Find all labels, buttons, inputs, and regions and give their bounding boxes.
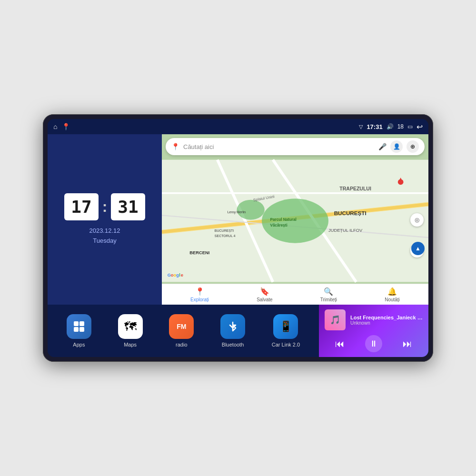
map-nav-explore[interactable]: 📍 Explorați	[190, 287, 209, 302]
map-search-icons: 🎤 👤 ⊕	[378, 140, 419, 153]
radio-icon-img: FM	[169, 314, 194, 339]
app-icon-bluetooth[interactable]: Bluetooth	[220, 314, 245, 347]
map-search-bar[interactable]: 📍 Căutați aici 🎤 👤 ⊕	[166, 138, 425, 155]
news-icon: 🔔	[387, 287, 397, 296]
maps-icon-img: 🗺	[118, 314, 143, 339]
device-screen: ⌂ 📍 ▽ 17:31 🔊 18 ▭ ↩ 17 :	[48, 119, 428, 357]
svg-rect-28	[79, 321, 84, 326]
map-bottom-bar: 📍 Explorați 🔖 Salvate 🔍 Trimiteți �	[162, 284, 428, 305]
clock-date: 2023.12.12 Tuesday	[89, 226, 120, 246]
music-artist: Unknown	[350, 320, 423, 326]
prev-button[interactable]: ⏮	[335, 338, 345, 349]
bluetooth-label: Bluetooth	[222, 342, 244, 347]
svg-rect-27	[74, 321, 79, 326]
music-controls: ⏮ ⏸ ⏭	[325, 335, 423, 352]
svg-rect-29	[74, 327, 79, 332]
main-content: 17 : 31 2023.12.12 Tuesday 📍 Căutați aic…	[48, 134, 428, 357]
saved-icon: 🔖	[260, 287, 269, 296]
fm-text-icon: FM	[177, 323, 186, 330]
apps-icon-img	[67, 314, 91, 339]
map-nav-news[interactable]: 🔔 Noutăți	[385, 287, 400, 302]
location-icon: ◎	[415, 217, 419, 223]
maps-label: Maps	[124, 342, 137, 347]
carlink-label: Car Link 2.0	[272, 342, 300, 347]
apps-grid-icon	[72, 320, 86, 333]
clock-minutes: 31	[111, 193, 145, 220]
music-top: 🎵 Lost Frequencies_Janieck Devy-... Unkn…	[325, 309, 423, 330]
svg-text:Văcărești: Văcărești	[270, 223, 288, 228]
maps-pin-icon[interactable]: 📍	[62, 123, 70, 130]
battery-icon: ▭	[407, 123, 413, 130]
svg-text:Leroy Merlin: Leroy Merlin	[228, 210, 246, 214]
bluetooth-icon-img	[220, 314, 245, 339]
microphone-icon[interactable]: 🎤	[378, 143, 387, 150]
clock-widget: 17 : 31 2023.12.12 Tuesday	[48, 134, 162, 305]
svg-text:TRAPEZULUI: TRAPEZULUI	[339, 186, 371, 191]
carlink-icon-img: 📱	[273, 314, 298, 339]
navigation-button[interactable]: ▲	[411, 242, 425, 255]
map-nav-send[interactable]: 🔍 Trimiteți	[320, 287, 337, 302]
status-right: ▽ 17:31 🔊 18 ▭ ↩	[359, 122, 423, 131]
top-section: 17 : 31 2023.12.12 Tuesday 📍 Căutați aic…	[48, 134, 428, 305]
svg-text:l: l	[179, 273, 180, 278]
status-left: ⌂ 📍	[53, 123, 70, 130]
app-icon-apps[interactable]: Apps	[67, 314, 91, 347]
map-widget[interactable]: 📍 Căutați aici 🎤 👤 ⊕	[162, 134, 428, 305]
send-label: Trimiteți	[320, 297, 337, 302]
svg-text:JUDEȚUL ILFOV: JUDEȚUL ILFOV	[328, 228, 363, 233]
app-icon-maps[interactable]: 🗺 Maps	[118, 314, 143, 347]
clock-hours: 17	[64, 193, 98, 220]
explore-label: Explorați	[190, 297, 209, 302]
back-icon[interactable]: ↩	[416, 122, 423, 131]
svg-rect-30	[79, 327, 84, 332]
carlink-emoji-icon: 📱	[279, 320, 292, 333]
svg-text:BUCUREȘTI: BUCUREȘTI	[215, 229, 234, 233]
send-icon: 🔍	[324, 287, 333, 296]
bluetooth-svg-icon	[227, 320, 239, 333]
layers-icon[interactable]: ⊕	[407, 140, 419, 153]
music-info: Lost Frequencies_Janieck Devy-... Unknow…	[350, 315, 423, 326]
location-button[interactable]: ◎	[410, 213, 424, 227]
music-album-art: 🎵	[325, 309, 346, 330]
music-title: Lost Frequencies_Janieck Devy-...	[350, 315, 423, 320]
map-content: TRAPEZULUI BUCUREȘTI JUDEȚUL ILFOV BERCE…	[162, 158, 428, 284]
clock-colon: :	[102, 198, 108, 216]
bottom-section: Apps 🗺 Maps FM radio	[48, 305, 428, 357]
status-bar: ⌂ 📍 ▽ 17:31 🔊 18 ▭ ↩	[48, 119, 428, 134]
map-svg: TRAPEZULUI BUCUREȘTI JUDEȚUL ILFOV BERCE…	[162, 158, 428, 284]
map-search-text[interactable]: Căutați aici	[183, 143, 375, 150]
svg-text:Parcul Natural: Parcul Natural	[270, 218, 297, 222]
car-display-device: ⌂ 📍 ▽ 17:31 🔊 18 ▭ ↩ 17 :	[43, 114, 433, 362]
apps-label: Apps	[73, 342, 85, 347]
svg-text:BUCUREȘTI: BUCUREȘTI	[334, 210, 367, 216]
clock-display: 17 : 31	[64, 193, 145, 220]
account-icon[interactable]: 👤	[390, 140, 403, 153]
map-nav-saved[interactable]: 🔖 Salvate	[257, 287, 272, 302]
status-time: 17:31	[367, 123, 382, 130]
radio-label: radio	[176, 342, 187, 347]
news-label: Noutăți	[385, 297, 400, 302]
volume-icon: 🔊	[387, 123, 394, 130]
explore-icon: 📍	[195, 287, 205, 296]
map-pin-icon: 📍	[171, 143, 179, 150]
battery-level: 18	[397, 123, 404, 130]
apps-section: Apps 🗺 Maps FM radio	[48, 305, 319, 357]
next-button[interactable]: ⏭	[403, 338, 412, 349]
svg-text:BERCENI: BERCENI	[189, 250, 209, 255]
app-icon-radio[interactable]: FM radio	[169, 314, 194, 347]
signal-icon: ▽	[359, 124, 363, 130]
maps-emoji-icon: 🗺	[124, 319, 137, 334]
home-icon[interactable]: ⌂	[53, 123, 57, 130]
album-art-icon: 🎵	[330, 315, 340, 325]
music-player: 🎵 Lost Frequencies_Janieck Devy-... Unkn…	[319, 305, 428, 357]
app-icon-carlink[interactable]: 📱 Car Link 2.0	[272, 314, 300, 347]
svg-text:SECTORUL 4: SECTORUL 4	[215, 234, 236, 238]
svg-text:e: e	[181, 273, 183, 278]
play-pause-button[interactable]: ⏸	[365, 335, 382, 352]
saved-label: Salvate	[257, 297, 272, 302]
